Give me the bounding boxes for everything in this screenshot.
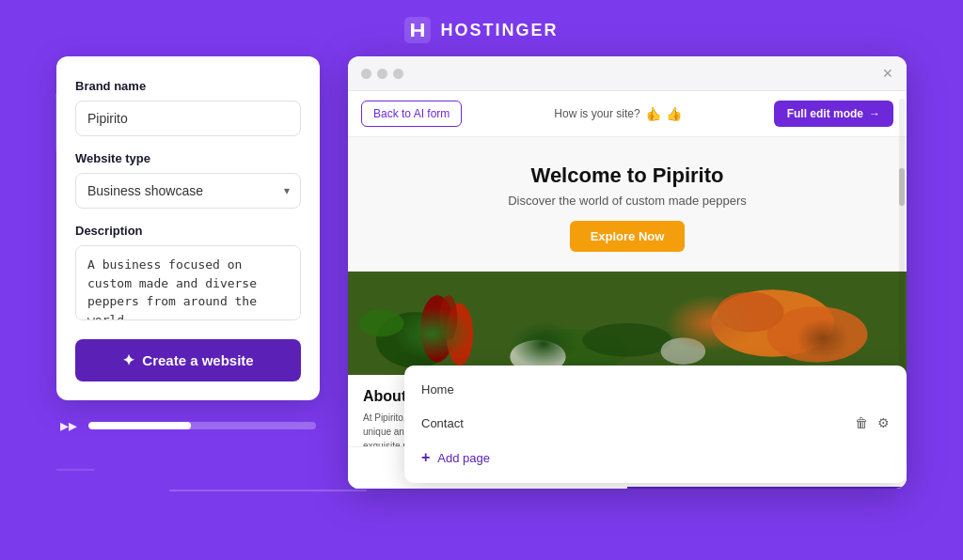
back-to-ai-form-button[interactable]: Back to AI form xyxy=(361,101,462,127)
veg-svg xyxy=(348,272,907,375)
header: HOSTINGER xyxy=(0,0,963,56)
form-card: Brand name Website type Business showcas… xyxy=(56,56,320,400)
double-arrow-icon[interactable]: ▸▸ xyxy=(60,415,77,436)
svg-point-24 xyxy=(582,323,671,357)
create-website-button[interactable]: ✦ Create a website xyxy=(75,339,301,381)
svg-point-26 xyxy=(661,337,706,365)
browser-dot-2 xyxy=(377,69,387,79)
thumbs-up-icon[interactable]: 👍 xyxy=(666,106,682,121)
svg-point-17 xyxy=(420,295,454,362)
website-type-select[interactable]: Business showcase Online store Portfolio… xyxy=(75,173,301,209)
pages-dropdown: Home Contact 🗑 ⚙ + Add page xyxy=(404,366,907,483)
dropdown-item-contact[interactable]: Contact 🗑 ⚙ xyxy=(404,406,907,440)
website-type-label: Website type xyxy=(75,151,301,165)
site-hero: Welcome to Pipirito Discover the world o… xyxy=(348,137,907,272)
arrow-right-icon: → xyxy=(869,107,880,120)
browser-titlebar: ✕ xyxy=(348,56,907,91)
svg-point-21 xyxy=(767,306,868,362)
full-edit-mode-button[interactable]: Full edit mode → xyxy=(774,101,893,127)
left-panel: Brand name Website type Business showcas… xyxy=(56,56,320,436)
header-title: HOSTINGER xyxy=(440,21,558,40)
site-rating: How is your site? 👍 👍 xyxy=(554,106,681,121)
trash-icon[interactable]: 🗑 xyxy=(855,415,868,430)
dropdown-item-home[interactable]: Home xyxy=(404,373,907,406)
svg-point-19 xyxy=(439,295,457,340)
main-content: Brand name Website type Business showcas… xyxy=(0,56,963,489)
scrollbar-thumb xyxy=(899,168,905,206)
svg-point-22 xyxy=(717,292,783,333)
description-group: Description A business focused on custom… xyxy=(75,224,301,324)
add-page-label: Add page xyxy=(437,451,490,465)
bottom-controls: ▸▸ xyxy=(56,415,320,436)
website-type-group: Website type Business showcase Online st… xyxy=(75,151,301,209)
browser-dot-3 xyxy=(393,69,403,79)
brand-name-label: Brand name xyxy=(75,79,301,93)
svg-point-18 xyxy=(447,303,474,366)
website-type-select-wrapper: Business showcase Online store Portfolio… xyxy=(75,173,301,209)
progress-bar-fill xyxy=(88,422,191,429)
plus-icon: + xyxy=(421,449,430,466)
full-edit-label: Full edit mode xyxy=(787,107,863,120)
svg-point-20 xyxy=(711,289,834,356)
thumbs-down-icon[interactable]: 👍 xyxy=(646,106,662,121)
description-label: Description xyxy=(75,224,301,238)
brand-logo: HOSTINGER xyxy=(404,17,558,43)
contact-item-icons: 🗑 ⚙ xyxy=(855,415,890,430)
site-about-section: About Pipirito At Pipirito, we take prid… xyxy=(348,375,907,466)
browser-window: ✕ Back to AI form How is your site? 👍 👍 … xyxy=(348,56,907,489)
site-hero-title: Welcome to Pipirito xyxy=(367,163,888,188)
explore-now-button[interactable]: Explore Now xyxy=(570,221,686,252)
browser-close-button[interactable]: ✕ xyxy=(882,66,893,81)
contact-page-label: Contact xyxy=(421,416,464,430)
brand-name-input[interactable] xyxy=(75,101,301,136)
settings-icon[interactable]: ⚙ xyxy=(877,415,890,430)
rating-text: How is your site? xyxy=(554,107,639,120)
add-page-item[interactable]: + Add page xyxy=(404,440,907,475)
progress-bar-container xyxy=(88,422,316,429)
brand-name-group: Brand name xyxy=(75,79,301,136)
home-page-label: Home xyxy=(421,382,454,397)
description-textarea[interactable]: A business focused on custom made and di… xyxy=(75,245,301,320)
site-hero-subtitle: Discover the world of custom made pepper… xyxy=(367,194,888,208)
browser-toolbar: Back to AI form How is your site? 👍 👍 Fu… xyxy=(348,91,907,137)
svg-rect-14 xyxy=(348,272,907,375)
browser-dot-1 xyxy=(361,69,371,79)
vegetable-hero-image xyxy=(348,272,907,375)
sparkle-icon: ✦ xyxy=(122,351,134,369)
hostinger-logo-icon xyxy=(404,17,431,43)
browser-dots xyxy=(361,69,403,79)
svg-point-16 xyxy=(359,310,404,337)
create-btn-label: Create a website xyxy=(142,352,253,368)
svg-point-15 xyxy=(376,312,454,367)
thumb-icons: 👍 👍 xyxy=(646,106,682,121)
